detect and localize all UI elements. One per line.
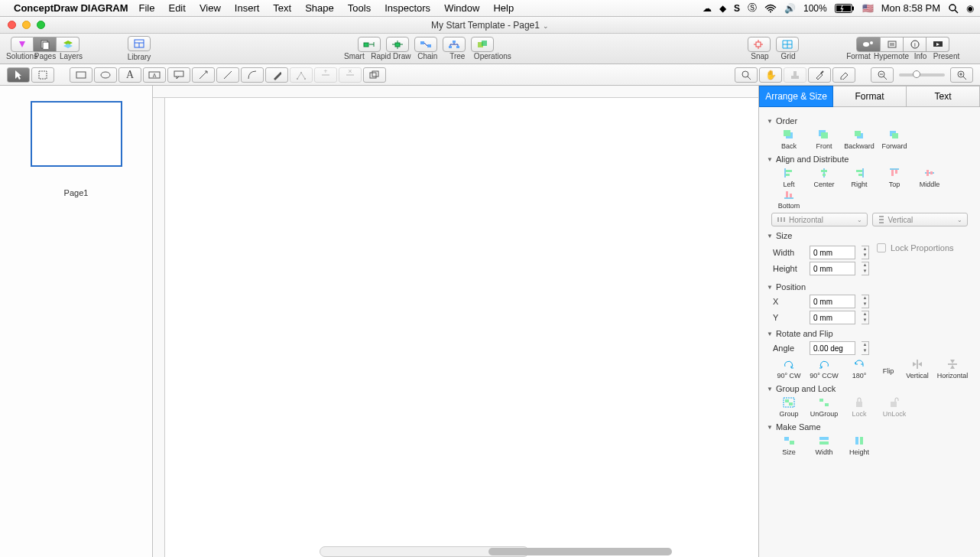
format-button[interactable] [856,37,881,52]
group-button[interactable]: Group [771,396,806,418]
menu-inspectors[interactable]: Inspectors [385,2,430,14]
width-stepper[interactable]: ▲▼ [862,246,869,259]
section-size[interactable]: ▼Size [767,231,972,240]
align-middle-button[interactable]: Middle [912,167,947,188]
same-size-button[interactable]: Size [771,435,806,456]
menu-file[interactable]: File [139,2,155,14]
snap-button[interactable] [748,37,771,52]
present-button[interactable] [926,37,949,52]
zoom-slider[interactable] [899,73,945,77]
app-name[interactable]: ConceptDraw DIAGRAM [14,2,128,14]
library-button[interactable] [128,36,151,51]
y-stepper[interactable]: ▲▼ [862,311,869,324]
page-thumbnail[interactable] [31,101,122,167]
zoom-in-button[interactable] [950,67,973,83]
drawing-canvas[interactable] [165,98,758,557]
callout-tool[interactable] [167,67,190,83]
flip-horizontal-button[interactable]: Horizontal [935,358,970,379]
menu-window[interactable]: Window [444,2,479,14]
section-group[interactable]: ▼Group and Lock [767,384,972,393]
eraser-tool[interactable] [832,67,855,83]
delete-point-tool[interactable]: × [339,67,362,83]
lock-button[interactable]: Lock [842,396,877,418]
curve-tool[interactable] [241,67,264,83]
chain-button[interactable] [414,37,437,52]
layers-button[interactable] [57,37,80,52]
section-align[interactable]: ▼Align and Distribute [767,155,972,164]
align-left-button[interactable]: Left [771,167,806,188]
hand-tool[interactable]: ✋ [759,67,782,83]
cloud-icon[interactable]: ☁ [703,3,712,14]
distribute-horizontal-dropdown[interactable]: Horizontal⌄ [771,213,868,226]
same-width-button[interactable]: Width [806,435,842,456]
height-stepper[interactable]: ▲▼ [862,262,869,275]
clone-tool[interactable] [363,67,386,83]
canvas-area[interactable] [153,86,758,557]
info-button[interactable]: i [904,37,926,52]
rotate-cw-button[interactable]: 90° CW [771,358,806,379]
marquee-tool[interactable] [31,67,54,83]
menu-shape[interactable]: Shape [305,2,334,14]
battery-icon[interactable] [835,4,855,13]
hypernote-button[interactable] [881,37,904,52]
align-bottom-button[interactable]: Bottom [771,188,806,210]
text-tool[interactable]: A [118,67,141,83]
section-order[interactable]: ▼Order [767,116,972,125]
flip-vertical-button[interactable]: Vertical [900,358,935,379]
notification-center-icon[interactable]: ◉ [966,3,974,14]
arrow-tool[interactable] [192,67,215,83]
tab-format[interactable]: Format [833,86,907,107]
align-center-button[interactable]: Center [806,167,842,188]
pointer-tool[interactable] [7,67,30,83]
pen-tool[interactable] [265,67,288,83]
zoom-tool[interactable] [735,67,758,83]
volume-icon[interactable]: 🔊 [784,3,796,14]
textbox-tool[interactable]: A [143,67,166,83]
menu-help[interactable]: Help [493,2,514,14]
angle-input[interactable] [810,341,855,355]
operations-button[interactable] [471,37,494,52]
section-rotate[interactable]: ▼Rotate and Flip [767,329,972,338]
distribute-vertical-dropdown[interactable]: Vertical⌄ [872,213,969,226]
menu-tools[interactable]: Tools [348,2,371,14]
rapid-draw-button[interactable] [386,37,409,52]
angle-stepper[interactable]: ▲▼ [862,341,869,355]
tree-button[interactable] [443,37,466,52]
align-right-button[interactable]: Right [842,167,877,188]
section-make-same[interactable]: ▼Make Same [767,422,972,432]
tab-arrange-size[interactable]: Arrange & Size [759,86,833,107]
horizontal-scrollbar[interactable] [320,546,529,557]
ungroup-button[interactable]: UnGroup [806,396,842,418]
spotlight-icon[interactable] [948,3,959,14]
order-front-button[interactable]: Front [806,129,842,150]
clock[interactable]: Mon 8:58 PM [881,2,940,14]
menu-view[interactable]: View [200,2,221,14]
rotate-180-button[interactable]: 180° [842,358,877,379]
line-tool[interactable] [216,67,239,83]
order-back-button[interactable]: Back [771,129,806,150]
menu-insert[interactable]: Insert [235,2,260,14]
lock-proportions-checkbox[interactable]: Lock Proportions [877,243,954,252]
wifi-icon[interactable] [764,4,777,13]
width-input[interactable] [810,246,855,259]
rotate-ccw-button[interactable]: 90° CCW [806,358,842,379]
grid-button[interactable] [776,37,799,52]
pages-button[interactable] [34,37,57,52]
rectangle-tool[interactable] [70,67,92,83]
order-backward-button[interactable]: Backward [842,129,877,150]
menu-edit[interactable]: Edit [168,2,185,14]
s-logo-icon[interactable]: S [734,3,740,14]
tab-text[interactable]: Text [907,86,980,107]
menu-text[interactable]: Text [273,2,291,14]
edit-points-tool[interactable] [290,67,313,83]
vertical-ruler[interactable] [153,98,165,557]
same-height-button[interactable]: Height [842,435,877,456]
skype-icon[interactable]: Ⓢ [748,2,757,15]
flag-icon[interactable]: 🇺🇸 [862,3,874,14]
zoom-out-button[interactable] [871,67,894,83]
horizontal-ruler[interactable] [153,86,758,98]
add-point-tool[interactable]: + [314,67,337,83]
eyedropper-tool[interactable] [808,67,831,83]
stamp-tool[interactable] [784,67,806,83]
window-title[interactable]: My Start Template - Page1⌄ [0,20,980,31]
